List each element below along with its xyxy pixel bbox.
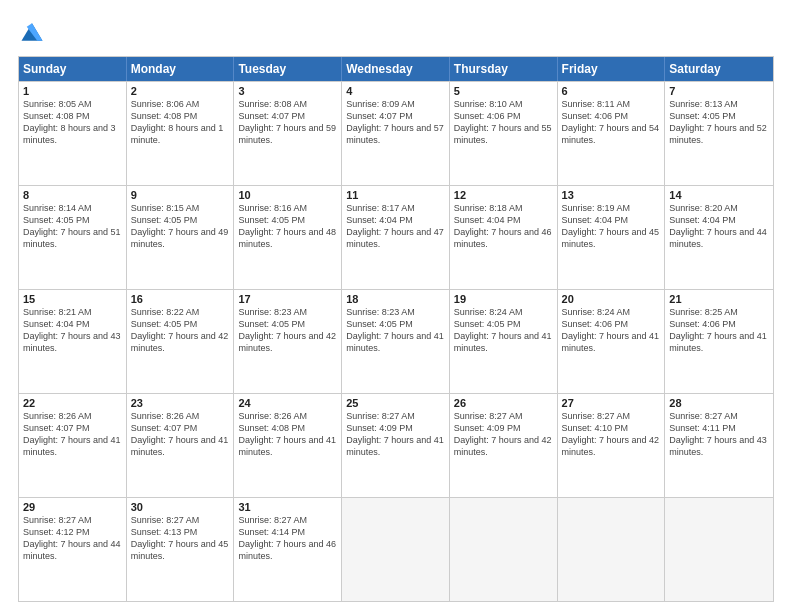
week-row-2: 8Sunrise: 8:14 AMSunset: 4:05 PMDaylight… bbox=[19, 185, 773, 289]
cell-detail: Sunrise: 8:23 AMSunset: 4:05 PMDaylight:… bbox=[346, 307, 444, 353]
day-number: 28 bbox=[669, 397, 769, 409]
cell-detail: Sunrise: 8:27 AMSunset: 4:09 PMDaylight:… bbox=[346, 411, 444, 457]
cell-detail: Sunrise: 8:27 AMSunset: 4:14 PMDaylight:… bbox=[238, 515, 336, 561]
day-cell-23: 23Sunrise: 8:26 AMSunset: 4:07 PMDayligh… bbox=[127, 394, 235, 497]
cell-detail: Sunrise: 8:14 AMSunset: 4:05 PMDaylight:… bbox=[23, 203, 121, 249]
logo-icon bbox=[18, 18, 46, 46]
cell-detail: Sunrise: 8:10 AMSunset: 4:06 PMDaylight:… bbox=[454, 99, 552, 145]
day-cell-12: 12Sunrise: 8:18 AMSunset: 4:04 PMDayligh… bbox=[450, 186, 558, 289]
cell-detail: Sunrise: 8:24 AMSunset: 4:05 PMDaylight:… bbox=[454, 307, 552, 353]
empty-cell bbox=[665, 498, 773, 601]
day-cell-30: 30Sunrise: 8:27 AMSunset: 4:13 PMDayligh… bbox=[127, 498, 235, 601]
calendar: SundayMondayTuesdayWednesdayThursdayFrid… bbox=[18, 56, 774, 602]
day-cell-24: 24Sunrise: 8:26 AMSunset: 4:08 PMDayligh… bbox=[234, 394, 342, 497]
week-row-1: 1Sunrise: 8:05 AMSunset: 4:08 PMDaylight… bbox=[19, 81, 773, 185]
cell-detail: Sunrise: 8:27 AMSunset: 4:12 PMDaylight:… bbox=[23, 515, 121, 561]
header-day-thursday: Thursday bbox=[450, 57, 558, 81]
cell-detail: Sunrise: 8:20 AMSunset: 4:04 PMDaylight:… bbox=[669, 203, 767, 249]
cell-detail: Sunrise: 8:25 AMSunset: 4:06 PMDaylight:… bbox=[669, 307, 767, 353]
day-cell-4: 4Sunrise: 8:09 AMSunset: 4:07 PMDaylight… bbox=[342, 82, 450, 185]
cell-detail: Sunrise: 8:27 AMSunset: 4:09 PMDaylight:… bbox=[454, 411, 552, 457]
day-cell-21: 21Sunrise: 8:25 AMSunset: 4:06 PMDayligh… bbox=[665, 290, 773, 393]
cell-detail: Sunrise: 8:13 AMSunset: 4:05 PMDaylight:… bbox=[669, 99, 767, 145]
day-cell-29: 29Sunrise: 8:27 AMSunset: 4:12 PMDayligh… bbox=[19, 498, 127, 601]
cell-detail: Sunrise: 8:06 AMSunset: 4:08 PMDaylight:… bbox=[131, 99, 224, 145]
day-number: 14 bbox=[669, 189, 769, 201]
day-cell-26: 26Sunrise: 8:27 AMSunset: 4:09 PMDayligh… bbox=[450, 394, 558, 497]
day-number: 3 bbox=[238, 85, 337, 97]
day-number: 4 bbox=[346, 85, 445, 97]
day-cell-31: 31Sunrise: 8:27 AMSunset: 4:14 PMDayligh… bbox=[234, 498, 342, 601]
cell-detail: Sunrise: 8:22 AMSunset: 4:05 PMDaylight:… bbox=[131, 307, 229, 353]
cell-detail: Sunrise: 8:19 AMSunset: 4:04 PMDaylight:… bbox=[562, 203, 660, 249]
day-number: 19 bbox=[454, 293, 553, 305]
cell-detail: Sunrise: 8:27 AMSunset: 4:10 PMDaylight:… bbox=[562, 411, 660, 457]
day-cell-11: 11Sunrise: 8:17 AMSunset: 4:04 PMDayligh… bbox=[342, 186, 450, 289]
cell-detail: Sunrise: 8:08 AMSunset: 4:07 PMDaylight:… bbox=[238, 99, 336, 145]
page: SundayMondayTuesdayWednesdayThursdayFrid… bbox=[0, 0, 792, 612]
day-number: 9 bbox=[131, 189, 230, 201]
day-cell-28: 28Sunrise: 8:27 AMSunset: 4:11 PMDayligh… bbox=[665, 394, 773, 497]
cell-detail: Sunrise: 8:26 AMSunset: 4:07 PMDaylight:… bbox=[23, 411, 121, 457]
day-number: 6 bbox=[562, 85, 661, 97]
day-cell-18: 18Sunrise: 8:23 AMSunset: 4:05 PMDayligh… bbox=[342, 290, 450, 393]
day-cell-22: 22Sunrise: 8:26 AMSunset: 4:07 PMDayligh… bbox=[19, 394, 127, 497]
cell-detail: Sunrise: 8:15 AMSunset: 4:05 PMDaylight:… bbox=[131, 203, 229, 249]
day-number: 13 bbox=[562, 189, 661, 201]
day-number: 5 bbox=[454, 85, 553, 97]
header-day-monday: Monday bbox=[127, 57, 235, 81]
empty-cell bbox=[450, 498, 558, 601]
day-number: 16 bbox=[131, 293, 230, 305]
empty-cell bbox=[558, 498, 666, 601]
day-number: 17 bbox=[238, 293, 337, 305]
day-cell-3: 3Sunrise: 8:08 AMSunset: 4:07 PMDaylight… bbox=[234, 82, 342, 185]
day-number: 23 bbox=[131, 397, 230, 409]
week-row-4: 22Sunrise: 8:26 AMSunset: 4:07 PMDayligh… bbox=[19, 393, 773, 497]
day-number: 18 bbox=[346, 293, 445, 305]
day-cell-5: 5Sunrise: 8:10 AMSunset: 4:06 PMDaylight… bbox=[450, 82, 558, 185]
logo bbox=[18, 18, 50, 46]
day-cell-8: 8Sunrise: 8:14 AMSunset: 4:05 PMDaylight… bbox=[19, 186, 127, 289]
header bbox=[18, 18, 774, 46]
day-cell-6: 6Sunrise: 8:11 AMSunset: 4:06 PMDaylight… bbox=[558, 82, 666, 185]
cell-detail: Sunrise: 8:09 AMSunset: 4:07 PMDaylight:… bbox=[346, 99, 444, 145]
header-day-wednesday: Wednesday bbox=[342, 57, 450, 81]
week-row-3: 15Sunrise: 8:21 AMSunset: 4:04 PMDayligh… bbox=[19, 289, 773, 393]
day-number: 11 bbox=[346, 189, 445, 201]
cell-detail: Sunrise: 8:26 AMSunset: 4:07 PMDaylight:… bbox=[131, 411, 229, 457]
day-cell-17: 17Sunrise: 8:23 AMSunset: 4:05 PMDayligh… bbox=[234, 290, 342, 393]
day-number: 21 bbox=[669, 293, 769, 305]
day-number: 10 bbox=[238, 189, 337, 201]
cell-detail: Sunrise: 8:16 AMSunset: 4:05 PMDaylight:… bbox=[238, 203, 336, 249]
day-number: 22 bbox=[23, 397, 122, 409]
header-day-tuesday: Tuesday bbox=[234, 57, 342, 81]
header-day-sunday: Sunday bbox=[19, 57, 127, 81]
day-number: 7 bbox=[669, 85, 769, 97]
cell-detail: Sunrise: 8:17 AMSunset: 4:04 PMDaylight:… bbox=[346, 203, 444, 249]
day-cell-19: 19Sunrise: 8:24 AMSunset: 4:05 PMDayligh… bbox=[450, 290, 558, 393]
day-cell-20: 20Sunrise: 8:24 AMSunset: 4:06 PMDayligh… bbox=[558, 290, 666, 393]
cell-detail: Sunrise: 8:05 AMSunset: 4:08 PMDaylight:… bbox=[23, 99, 116, 145]
day-cell-14: 14Sunrise: 8:20 AMSunset: 4:04 PMDayligh… bbox=[665, 186, 773, 289]
day-cell-15: 15Sunrise: 8:21 AMSunset: 4:04 PMDayligh… bbox=[19, 290, 127, 393]
cell-detail: Sunrise: 8:27 AMSunset: 4:13 PMDaylight:… bbox=[131, 515, 229, 561]
cell-detail: Sunrise: 8:21 AMSunset: 4:04 PMDaylight:… bbox=[23, 307, 121, 353]
day-number: 27 bbox=[562, 397, 661, 409]
day-number: 26 bbox=[454, 397, 553, 409]
day-cell-25: 25Sunrise: 8:27 AMSunset: 4:09 PMDayligh… bbox=[342, 394, 450, 497]
calendar-header: SundayMondayTuesdayWednesdayThursdayFrid… bbox=[19, 57, 773, 81]
cell-detail: Sunrise: 8:24 AMSunset: 4:06 PMDaylight:… bbox=[562, 307, 660, 353]
cell-detail: Sunrise: 8:26 AMSunset: 4:08 PMDaylight:… bbox=[238, 411, 336, 457]
day-number: 2 bbox=[131, 85, 230, 97]
day-number: 12 bbox=[454, 189, 553, 201]
day-cell-9: 9Sunrise: 8:15 AMSunset: 4:05 PMDaylight… bbox=[127, 186, 235, 289]
week-row-5: 29Sunrise: 8:27 AMSunset: 4:12 PMDayligh… bbox=[19, 497, 773, 601]
day-cell-1: 1Sunrise: 8:05 AMSunset: 4:08 PMDaylight… bbox=[19, 82, 127, 185]
day-number: 20 bbox=[562, 293, 661, 305]
day-number: 1 bbox=[23, 85, 122, 97]
day-number: 24 bbox=[238, 397, 337, 409]
day-number: 31 bbox=[238, 501, 337, 513]
empty-cell bbox=[342, 498, 450, 601]
day-cell-2: 2Sunrise: 8:06 AMSunset: 4:08 PMDaylight… bbox=[127, 82, 235, 185]
cell-detail: Sunrise: 8:11 AMSunset: 4:06 PMDaylight:… bbox=[562, 99, 660, 145]
